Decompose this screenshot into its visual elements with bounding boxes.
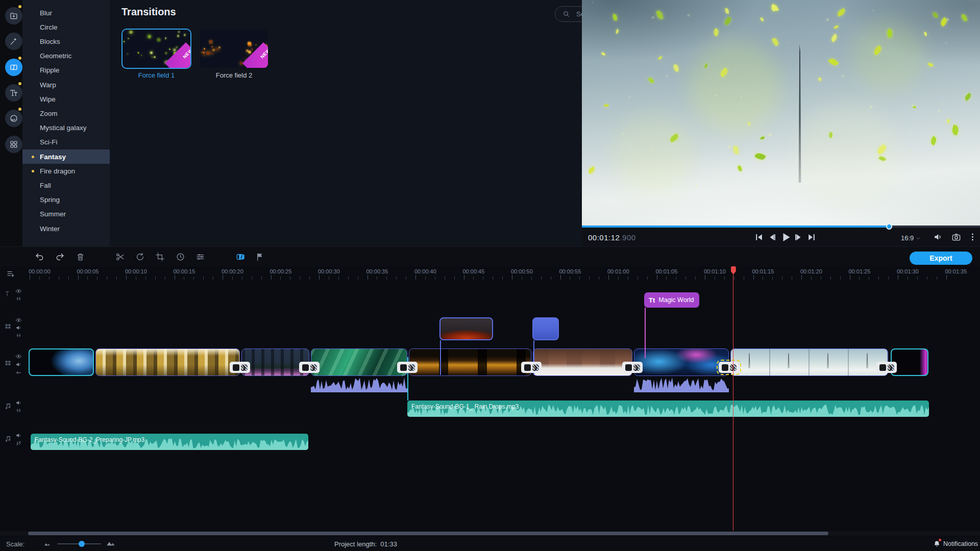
category-item-fire-dragon[interactable]: Fire dragon (22, 164, 110, 178)
video-clip-green-forest[interactable] (311, 348, 407, 376)
rail-button-titles[interactable] (5, 84, 22, 102)
new-badge: NEW (242, 42, 268, 68)
skip-start-icon[interactable] (754, 232, 764, 242)
stickers-icon (9, 114, 18, 123)
status-bar: Scale: Project length: 01:33 Notificatio… (0, 537, 980, 551)
step-forward-icon[interactable] (793, 232, 803, 242)
zoom-in-mountain-icon[interactable] (106, 541, 115, 546)
category-item-wipe[interactable]: Wipe (22, 92, 110, 106)
skip-end-icon[interactable] (806, 232, 817, 242)
category-label: Zoom (40, 110, 58, 117)
filters-icon (9, 37, 18, 46)
category-label: Fall (40, 182, 51, 189)
timeline-zoom-knob[interactable] (79, 541, 85, 547)
playhead-line[interactable] (733, 268, 734, 531)
timeline-tracks: Tt Magic World ❯❯❯❯❯❯❯Fantasy-Sound-BG-1… (0, 266, 980, 531)
aspect-ratio-select[interactable]: 16:9 (901, 234, 921, 242)
transition-marker[interactable]: ❯ (622, 362, 643, 373)
delete-icon[interactable] (76, 252, 85, 262)
transition-marker[interactable]: ❯ (299, 362, 320, 373)
transitions-panel: Transitions ✕ NEWForce field 1NEWForce f… (110, 0, 582, 246)
category-item-blur[interactable]: Blur (22, 6, 110, 20)
rail-button-more-tools[interactable] (5, 136, 22, 153)
video-clip-golden-dragon[interactable] (409, 348, 531, 376)
transition-marker-selected[interactable]: ❯ (719, 362, 739, 373)
category-item-geometric[interactable]: Geometric (22, 49, 110, 63)
transition-marker[interactable]: ❯ (230, 362, 250, 373)
transition-thumb-force-field-1[interactable]: NEW (122, 30, 190, 68)
video-clip-blue-nebula[interactable] (634, 348, 729, 376)
video-clip-sorceress[interactable] (533, 348, 632, 376)
transition-thumb-force-field-2[interactable]: NEW (200, 30, 268, 68)
video-clip-autumn-forest[interactable] (95, 348, 240, 376)
overlay-clip-blue[interactable] (532, 317, 559, 340)
audio-clip-2[interactable]: Fantasy-Sound-BG-2_Preparing-JP.mp3 (31, 434, 308, 450)
audio-clip-label: Fantasy-Sound-BG-1_ Rain Drops.mp3 (411, 403, 519, 410)
rotate-icon[interactable] (135, 252, 145, 262)
transition-wizard-icon[interactable] (236, 252, 246, 262)
timeline-toolbar: Export (0, 246, 980, 266)
timeline: 00:00:0000:00:0500:00:1000:00:1500:00:20… (0, 266, 980, 537)
category-item-winter[interactable]: Winter (22, 221, 110, 236)
transition-marker[interactable]: ❯ (521, 362, 542, 373)
category-item-spring[interactable]: Spring (22, 193, 110, 207)
step-back-icon[interactable] (767, 232, 777, 242)
category-label: Winter (40, 225, 60, 233)
project-length: Project length: 01:33 (334, 540, 397, 548)
audio-clip-1[interactable]: Fantasy-Sound-BG-1_ Rain Drops.mp3 (407, 400, 929, 417)
title-clip[interactable]: Tt Magic World (644, 292, 699, 308)
zoom-out-mountain-icon[interactable] (44, 542, 51, 546)
bell-icon (933, 540, 941, 548)
overlay-clip-embers[interactable] (439, 317, 493, 340)
titles-track-icon: Tt (649, 296, 655, 304)
preview-timecode: 00:01:12.900 (588, 233, 636, 242)
rail-button-stickers[interactable] (5, 110, 22, 127)
transition-marker[interactable]: ❯ (876, 362, 897, 373)
snapshot-icon[interactable] (951, 232, 961, 242)
scale-label: Scale: (6, 540, 24, 548)
marker-icon[interactable] (255, 252, 265, 262)
cut-icon[interactable] (115, 252, 125, 262)
category-item-circle[interactable]: Circle (22, 20, 110, 34)
volume-icon[interactable] (933, 232, 943, 242)
category-item-blocks[interactable]: Blocks (22, 34, 110, 48)
crop-icon[interactable] (155, 252, 165, 262)
category-item-summer[interactable]: Summer (22, 207, 110, 221)
play-icon[interactable] (780, 231, 792, 243)
rail-button-filters[interactable] (5, 33, 22, 50)
category-item-mystical-galaxy[interactable]: Mystical galaxy (22, 121, 110, 135)
category-item-zoom[interactable]: Zoom (22, 106, 110, 120)
new-content-dot (18, 5, 21, 8)
category-label: Blur (40, 9, 52, 17)
horizontal-scrollbar[interactable] (28, 532, 828, 535)
notifications-button[interactable]: Notifications (930, 540, 978, 548)
redo-icon[interactable] (55, 252, 65, 262)
new-content-dot (32, 156, 34, 158)
video-clip-outro-dark[interactable] (891, 348, 928, 376)
chevron-down-icon (916, 236, 921, 241)
category-item-sci-fi[interactable]: Sci-Fi (22, 135, 110, 149)
progress-knob[interactable] (886, 223, 892, 230)
rail-button-media-import[interactable] (5, 7, 22, 24)
more-icon[interactable] (968, 232, 977, 242)
transitions-icon (9, 63, 18, 72)
title-clip-label: Magic World (658, 296, 694, 304)
preview-screen (582, 0, 980, 226)
properties-icon[interactable] (195, 252, 205, 262)
playback-progress-bar[interactable] (582, 226, 980, 228)
category-item-warp[interactable]: Warp (22, 78, 110, 92)
category-label: Sci-Fi (40, 138, 58, 146)
category-item-ripple[interactable]: Ripple (22, 63, 110, 78)
transition-marker[interactable]: ❯ (397, 362, 418, 373)
speed-icon[interactable] (176, 252, 185, 262)
category-label: Mystical galaxy (40, 124, 87, 132)
undo-icon[interactable] (35, 252, 44, 262)
new-content-dot (32, 170, 34, 172)
video-clip-misty-spire[interactable] (730, 348, 888, 376)
category-item-fall[interactable]: Fall (22, 178, 110, 192)
export-button[interactable]: Export (910, 252, 972, 265)
transition-thumbnails: NEWForce field 1NEWForce field 2 (110, 0, 582, 92)
video-clip-intro-crystal[interactable] (29, 348, 94, 376)
category-item-fantasy[interactable]: Fantasy (22, 149, 110, 164)
rail-button-transitions[interactable] (5, 59, 22, 76)
